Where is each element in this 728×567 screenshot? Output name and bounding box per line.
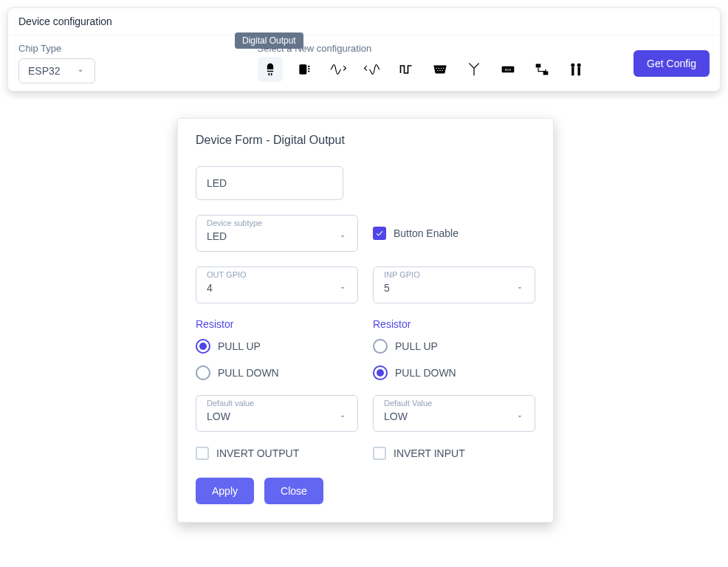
svg-rect-13: [535, 64, 540, 68]
panel-title: Device configuration: [8, 8, 720, 35]
svg-point-16: [577, 63, 580, 67]
svg-rect-18: [577, 67, 580, 76]
config-icon-3[interactable]: [326, 57, 351, 82]
pins-icon: [569, 62, 583, 77]
chip-type-label: Chip Type: [18, 43, 95, 54]
config-icon-6[interactable]: [427, 57, 453, 82]
config-icon-8[interactable]: BUS: [495, 57, 521, 82]
port-icon: [432, 63, 448, 75]
bus-icon: BUS: [501, 63, 515, 75]
antenna-icon: [467, 62, 481, 77]
led-icon: [263, 62, 278, 77]
chip-type-value: ESP32: [28, 65, 61, 77]
svg-point-4: [436, 68, 437, 69]
config-icon-2[interactable]: [292, 57, 317, 82]
svg-rect-2: [308, 68, 310, 69]
tooltip: Digital Output: [235, 32, 303, 49]
svg-text:BUS: BUS: [504, 68, 511, 72]
config-icon-digital-output[interactable]: [258, 57, 283, 82]
svg-point-10: [442, 70, 443, 72]
svg-point-7: [443, 68, 444, 69]
signal-icon: [363, 62, 381, 77]
config-icon-9[interactable]: [529, 57, 554, 82]
config-icon-7[interactable]: [461, 57, 487, 82]
svg-rect-0: [299, 64, 306, 74]
svg-point-6: [440, 68, 442, 69]
chip-icon: [297, 62, 312, 77]
svg-point-8: [437, 70, 439, 72]
link-icon: [535, 62, 549, 77]
svg-point-5: [438, 68, 439, 69]
config-icon-10[interactable]: [563, 57, 588, 82]
wave-icon: [329, 62, 347, 77]
svg-rect-1: [308, 66, 310, 67]
svg-rect-17: [571, 67, 574, 76]
chip-type-select[interactable]: ESP32: [18, 58, 95, 83]
chevron-down-icon: [75, 66, 86, 76]
svg-rect-3: [308, 71, 310, 72]
svg-point-9: [439, 70, 441, 72]
config-icon-4[interactable]: [360, 57, 385, 82]
device-config-panel: Device configuration Chip Type ESP32 Dig…: [7, 7, 721, 92]
get-config-button[interactable]: Get Config: [633, 50, 710, 77]
config-label: Select a New configuration: [258, 43, 619, 54]
svg-point-15: [571, 63, 574, 67]
pulse-icon: [399, 62, 413, 77]
svg-rect-14: [543, 72, 548, 75]
config-icon-5[interactable]: [394, 57, 419, 82]
